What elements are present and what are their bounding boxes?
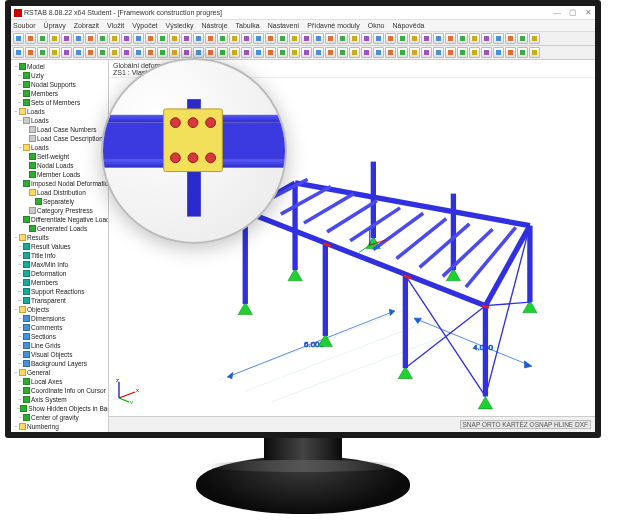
toolbar-button[interactable] [109, 47, 120, 58]
toolbar-button[interactable] [145, 47, 156, 58]
toolbar-button[interactable] [169, 47, 180, 58]
tree-item[interactable]: –Model [11, 62, 108, 71]
toolbar-button[interactable] [37, 33, 48, 44]
toolbar-button[interactable] [289, 47, 300, 58]
toolbar-button[interactable] [121, 47, 132, 58]
toolbar-button[interactable] [265, 47, 276, 58]
toolbar-button[interactable] [481, 33, 492, 44]
toolbar-button[interactable] [217, 47, 228, 58]
tree-item[interactable]: –Center of gravity [11, 413, 108, 422]
maximize-button[interactable]: ▢ [569, 8, 577, 17]
toolbar-button[interactable] [157, 33, 168, 44]
menu-item-11[interactable]: Nápověda [393, 22, 425, 29]
toolbar-button[interactable] [433, 33, 444, 44]
tree-item[interactable]: Load Case Descriptions [11, 134, 108, 143]
toolbar-button[interactable] [373, 33, 384, 44]
toolbar-button[interactable] [457, 33, 468, 44]
toolbar-button[interactable] [157, 47, 168, 58]
menu-item-7[interactable]: Tabulka [236, 22, 260, 29]
toolbar-button[interactable] [25, 33, 36, 44]
tree-item[interactable]: –Uzly [11, 431, 108, 432]
tree-item[interactable]: –General [11, 368, 108, 377]
tree-item[interactable]: –Uzly [11, 71, 108, 80]
toolbar-button[interactable] [13, 33, 24, 44]
tree-item[interactable]: Imposed Nodal Deformations [11, 179, 108, 188]
menu-item-0[interactable]: Soubor [13, 22, 36, 29]
toolbar-button[interactable] [361, 47, 372, 58]
toolbar-button[interactable] [385, 33, 396, 44]
toolbar-button[interactable] [373, 47, 384, 58]
tree-item[interactable]: Generated Loads [11, 224, 108, 233]
tree-item[interactable]: Differentiate Negative Load [11, 215, 108, 224]
menu-item-2[interactable]: Zobrazit [74, 22, 99, 29]
tree-item[interactable]: –Transparent [11, 296, 108, 305]
toolbar-button[interactable] [289, 33, 300, 44]
toolbar-button[interactable] [73, 33, 84, 44]
navigator-tree[interactable]: –Model–Uzly–Nodal Supports–Members–Sets … [11, 60, 109, 432]
toolbar-button[interactable] [217, 33, 228, 44]
toolbar-button[interactable] [193, 47, 204, 58]
tree-item[interactable]: Category Prestress [11, 206, 108, 215]
toolbar-button[interactable] [481, 47, 492, 58]
toolbar-button[interactable] [505, 33, 516, 44]
tree-item[interactable]: Self-weight [11, 152, 108, 161]
toolbar-button[interactable] [97, 33, 108, 44]
toolbar-button[interactable] [529, 33, 540, 44]
tree-item[interactable]: Member Loads [11, 170, 108, 179]
toolbar-button[interactable] [301, 47, 312, 58]
menu-item-10[interactable]: Okno [368, 22, 385, 29]
toolbar-button[interactable] [97, 47, 108, 58]
toolbar-button[interactable] [145, 33, 156, 44]
tree-item[interactable]: –Deformation [11, 269, 108, 278]
tree-item[interactable]: –Members [11, 278, 108, 287]
tree-item[interactable]: –Comments [11, 323, 108, 332]
tree-item[interactable]: Load Case Numbers [11, 125, 108, 134]
toolbar-button[interactable] [241, 47, 252, 58]
toolbar-button[interactable] [61, 33, 72, 44]
toolbar-button[interactable] [181, 47, 192, 58]
toolbar-button[interactable] [109, 33, 120, 44]
toolbar-button[interactable] [349, 47, 360, 58]
toolbar-button[interactable] [229, 47, 240, 58]
toolbar-button[interactable] [205, 47, 216, 58]
toolbar-button[interactable] [433, 47, 444, 58]
toolbar-button[interactable] [397, 47, 408, 58]
menu-item-3[interactable]: Vložit [107, 22, 124, 29]
tree-item[interactable]: –Title Info [11, 251, 108, 260]
toolbar-button[interactable] [301, 33, 312, 44]
tree-item[interactable]: –Nodal Supports [11, 80, 108, 89]
toolbar-button[interactable] [397, 33, 408, 44]
toolbar-button[interactable] [409, 47, 420, 58]
toolbar-button[interactable] [469, 33, 480, 44]
toolbar-button[interactable] [85, 33, 96, 44]
toolbar-button[interactable] [469, 47, 480, 58]
tree-item[interactable]: –Results [11, 233, 108, 242]
toolbar-button[interactable] [421, 33, 432, 44]
toolbar-button[interactable] [409, 33, 420, 44]
toolbar-button[interactable] [457, 47, 468, 58]
toolbar-button[interactable] [445, 33, 456, 44]
toolbar-button[interactable] [205, 33, 216, 44]
tree-item[interactable]: –Max/Min Info [11, 260, 108, 269]
toolbar-button[interactable] [493, 33, 504, 44]
toolbar-button[interactable] [241, 33, 252, 44]
toolbar-button[interactable] [133, 33, 144, 44]
toolbar-button[interactable] [253, 33, 264, 44]
toolbar-button[interactable] [49, 33, 60, 44]
toolbar-button[interactable] [529, 47, 540, 58]
toolbar-button[interactable] [385, 47, 396, 58]
tree-item[interactable]: –Result Values [11, 242, 108, 251]
toolbar-button[interactable] [493, 47, 504, 58]
tree-item[interactable]: –Members [11, 89, 108, 98]
toolbar-button[interactable] [313, 47, 324, 58]
toolbar-button[interactable] [181, 33, 192, 44]
tree-item[interactable]: Separately [11, 197, 108, 206]
tree-item[interactable]: –Sections [11, 332, 108, 341]
menu-item-4[interactable]: Výpočet [132, 22, 157, 29]
tree-item[interactable]: –Axis System [11, 395, 108, 404]
snap-modes[interactable]: SNAP ORTO KARTÉZ OSNAP HLINE DXF [460, 420, 591, 429]
tree-item[interactable]: –Loads [11, 107, 108, 116]
toolbar-button[interactable] [313, 33, 324, 44]
toolbar-button[interactable] [193, 33, 204, 44]
toolbar-button[interactable] [49, 47, 60, 58]
